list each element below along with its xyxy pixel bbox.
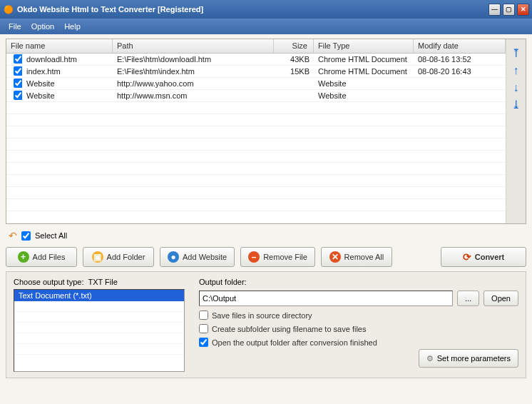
maximize-button[interactable]: ▢ [503,4,515,16]
remove-all-label: Remove All [344,253,384,261]
col-size[interactable]: Size [274,39,314,53]
create-subfolder-checkbox[interactable] [199,324,208,333]
reorder-buttons: ⤒ ↑ ↓ ⤓ [506,39,526,223]
menu-option[interactable]: Option [27,21,58,32]
more-parameters-label: Set more parameters [437,354,511,363]
col-filename[interactable]: File name [6,39,113,53]
open-after-label: Open the output folder after conversion … [212,338,377,347]
convert-button[interactable]: ⟳Convert [441,247,526,267]
open-after-checkbox[interactable] [199,338,208,347]
col-path[interactable]: Path [113,39,274,53]
selectall-label: Select All [35,231,67,240]
minimize-button[interactable]: — [488,4,501,16]
cell-date: 08-08-16 13:52 [414,54,506,64]
output-folder-input[interactable] [199,291,453,306]
add-website-label: Add Website [183,253,227,261]
row-checkbox[interactable] [14,66,22,76]
cell-type: Chrome HTML Document [314,54,414,64]
add-folder-button[interactable]: ▣Add Folder [83,247,154,267]
cell-path: E:\Files\htm\index.htm [113,66,274,76]
globe-icon: ● [168,251,179,263]
table-body: downloadl.htmE:\Files\htm\downloadl.htm4… [6,54,506,223]
cell-type: Chrome HTML Document [314,66,414,76]
choose-type-value: TXT File [88,278,117,286]
save-source-row[interactable]: Save files in source directory [199,310,518,320]
table-header: File name Path Size File Type Modify dat… [6,39,506,54]
window-title: Okdo Website Html to Text Converter [Reg… [17,5,488,14]
close-button[interactable]: ✕ [517,4,529,16]
row-checkbox[interactable] [14,54,22,64]
table-row[interactable]: index.htmE:\Files\htm\index.htm15KBChrom… [6,66,506,78]
move-up-icon[interactable]: ↑ [513,65,519,76]
move-bottom-icon[interactable]: ⤓ [511,99,521,111]
output-type-panel: Choose output type: TXT File Text Docume… [14,278,185,372]
move-down-icon[interactable]: ↓ [513,82,519,94]
remove-file-label: Remove File [263,253,307,261]
cell-date [414,83,506,84]
cell-name: Website [22,79,113,89]
add-files-button[interactable]: +Add Files [6,247,77,267]
create-subfolder-row[interactable]: Create subfolder using filename to save … [199,324,518,333]
output-type-list[interactable]: Text Document (*.txt) [14,289,185,372]
menubar: File Option Help [0,19,532,34]
add-files-label: Add Files [33,253,66,261]
minus-icon: – [248,251,260,263]
cell-type: Website [314,79,414,89]
titlebar: 🟠 Okdo Website Html to Text Converter [R… [0,0,532,19]
add-website-button[interactable]: ●Add Website [160,247,235,267]
cell-type: Website [314,91,414,101]
cell-name: Website [22,91,113,101]
up-folder-icon[interactable]: ↶ [9,230,17,241]
open-after-row[interactable]: Open the output folder after conversion … [199,338,518,347]
file-table: File name Path Size File Type Modify dat… [6,39,506,223]
table-row[interactable]: Websitehttp://www.msn.comWebsite [6,90,506,102]
table-row[interactable]: downloadl.htmE:\Files\htm\downloadl.htm4… [6,54,506,66]
move-top-icon[interactable]: ⤒ [511,48,521,59]
save-source-label: Save files in source directory [212,311,312,320]
remove-file-button[interactable]: –Remove File [240,247,315,267]
convert-icon: ⟳ [463,251,471,263]
output-folder-panel: Output folder: ... Open Save files in so… [199,278,518,372]
file-list-panel: File name Path Size File Type Modify dat… [6,39,526,224]
output-panel: Choose output type: TXT File Text Docume… [6,271,526,378]
menu-help[interactable]: Help [60,21,85,32]
cell-path: http://www.yahoo.com [113,79,274,89]
plus-icon: + [18,251,29,263]
selectall-checkbox[interactable] [21,231,31,241]
open-button[interactable]: Open [484,291,518,306]
remove-all-button[interactable]: ✕Remove All [321,247,392,267]
folder-icon: ▣ [92,251,103,263]
cell-name: index.htm [22,66,113,76]
add-folder-label: Add Folder [107,253,145,261]
cell-date: 08-08-20 16:43 [414,66,506,76]
more-parameters-button[interactable]: ⚙ Set more parameters [419,349,518,368]
create-subfolder-label: Create subfolder using filename to save … [212,325,366,333]
row-checkbox[interactable] [14,91,22,100]
selectall-row: ↶ Select All [6,228,526,243]
output-folder-label: Output folder: [199,278,518,286]
cell-size [274,95,314,96]
browse-button[interactable]: ... [457,291,479,306]
table-row[interactable]: Websitehttp://www.yahoo.comWebsite [6,78,506,90]
save-source-checkbox[interactable] [199,310,208,320]
convert-label: Convert [475,253,505,261]
cell-size [274,83,314,84]
row-checkbox[interactable] [14,79,22,88]
window-buttons: — ▢ ✕ [488,4,529,16]
cell-path: E:\Files\htm\downloadl.htm [113,54,274,64]
col-type[interactable]: File Type [314,39,414,53]
cell-size: 43KB [274,54,314,64]
cell-date [414,95,506,96]
toolbar: +Add Files ▣Add Folder ●Add Website –Rem… [6,247,526,267]
main-content: File name Path Size File Type Modify dat… [0,34,532,404]
col-date[interactable]: Modify date [414,39,506,53]
menu-file[interactable]: File [4,21,26,32]
gear-icon: ⚙ [426,354,434,363]
cell-path: http://www.msn.com [113,91,274,101]
choose-type-label: Choose output type: [14,278,83,286]
type-item-txt[interactable]: Text Document (*.txt) [14,290,184,301]
app-icon: 🟠 [3,4,14,15]
cell-name: downloadl.htm [22,54,113,64]
x-icon: ✕ [329,251,341,263]
cell-size: 15KB [274,66,314,76]
